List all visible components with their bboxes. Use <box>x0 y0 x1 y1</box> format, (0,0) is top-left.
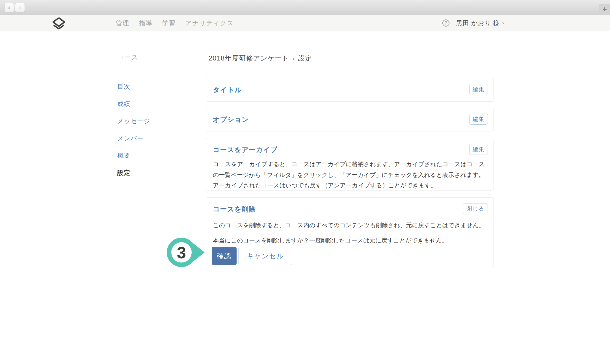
user-menu[interactable]: 黒田 かおり 様 ∨ <box>456 15 505 31</box>
plus-icon: + <box>602 5 607 14</box>
card-options-section: オプション 編集 <box>206 108 494 131</box>
breadcrumb-separator-icon: › <box>293 55 295 62</box>
sidebar-item-seiseki[interactable]: 成績 <box>117 101 179 107</box>
back-icon: ‹ <box>8 4 10 11</box>
nav-item-analytics[interactable]: アナリティクス <box>185 19 234 27</box>
edit-options-button[interactable]: 編集 <box>469 114 488 125</box>
sidebar-item-settei-active[interactable]: 設定 <box>117 170 179 176</box>
question-mark-glyph: ? <box>445 21 447 26</box>
card-title: オプション <box>212 114 249 123</box>
browser-toolbar: ‹ › + <box>0 0 610 15</box>
sidebar-item-gaiyo[interactable]: 概要 <box>117 152 179 159</box>
breadcrumb-course[interactable]: 2018年度研修アンケート <box>209 54 289 62</box>
sidebar-item-message[interactable]: メッセージ <box>117 118 179 124</box>
card-title-section: タイトル 編集 <box>206 78 494 102</box>
breadcrumb: 2018年度研修アンケート›設定 <box>206 55 494 62</box>
nav-item-gakushu[interactable]: 学習 <box>162 19 176 27</box>
edit-title-button[interactable]: 編集 <box>469 84 488 95</box>
step-3-pointer-badge: 3 <box>167 238 206 267</box>
close-delete-button[interactable]: 閉じる <box>463 203 488 214</box>
archive-description: コースをアーカイブすると、コースはアーカイブに格納されます。アーカイブされたコー… <box>212 159 488 191</box>
breadcrumb-page: 設定 <box>298 54 312 62</box>
card-title: コースをアーカイブ <box>212 144 278 153</box>
sidebar-item-mokuji[interactable]: 目次 <box>117 83 179 90</box>
nav-item-kanri[interactable]: 管理 <box>116 19 129 27</box>
card-delete-section: コースを削除 閉じる このコースを削除すると、コース内のすべてのコンテンツも削除… <box>206 197 494 268</box>
app-logo-layers-icon[interactable] <box>53 18 65 29</box>
browser-new-tab-button[interactable]: + <box>599 4 610 15</box>
course-sidebar: コース 目次 成績 メッセージ メンバー 概要 設定 <box>117 54 179 187</box>
user-name: 黒田 かおり 様 <box>456 19 500 27</box>
help-icon[interactable]: ? <box>442 20 449 27</box>
app-header: 管理 指導 学習 アナリティクス ? 黒田 かおり 様 ∨ <box>0 15 610 31</box>
sidebar-item-member[interactable]: メンバー <box>117 135 179 142</box>
breadcrumb-divider <box>206 68 496 68</box>
settings-main: 2018年度研修アンケート›設定 タイトル 編集 オプション 編集 コースをアー… <box>206 55 494 268</box>
confirm-delete-button[interactable]: 確認 <box>212 247 237 265</box>
card-title: タイトル <box>212 84 242 94</box>
delete-button-row: 確認 キャンセル <box>212 247 488 265</box>
chevron-down-icon: ∨ <box>502 21 505 25</box>
sidebar-section-label: コース <box>117 54 179 60</box>
browser-back-button[interactable]: ‹ <box>4 3 14 12</box>
cancel-delete-button[interactable]: キャンセル <box>238 247 292 265</box>
browser-forward-button[interactable]: › <box>15 3 25 12</box>
delete-warning-text: このコースを削除すると、コース内のすべてのコンテンツも削除され、元に戻すことはで… <box>212 222 488 229</box>
card-title: コースを削除 <box>212 203 256 213</box>
delete-confirm-question: 本当にこのコースを削除しますか？一度削除したコースは元に戻すことができません。 <box>212 237 488 244</box>
edit-archive-button[interactable]: 編集 <box>469 144 488 155</box>
step-number: 3 <box>177 243 186 262</box>
page: { "browser": { "back_icon": "‹", "forwar… <box>0 0 610 364</box>
card-archive-section: コースをアーカイブ 編集 コースをアーカイブすると、コースはアーカイブに格納され… <box>206 138 494 190</box>
nav-item-shido[interactable]: 指導 <box>139 19 153 27</box>
forward-icon: › <box>19 4 21 11</box>
header-nav: 管理 指導 学習 アナリティクス <box>116 15 234 31</box>
